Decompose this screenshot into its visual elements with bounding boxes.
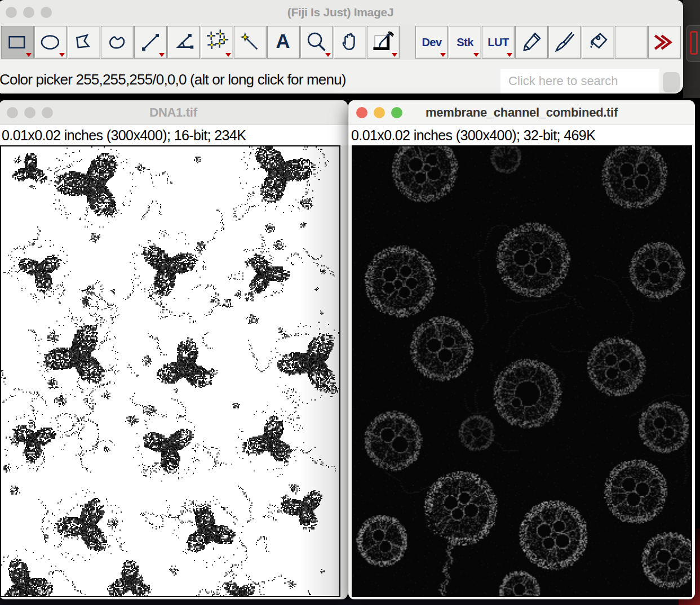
fill-tool[interactable] <box>582 26 614 59</box>
text-tool[interactable]: A <box>267 26 300 59</box>
membrane-image-info: 0.01x0.02 inches (300x400); 32-bit; 469K <box>348 125 695 145</box>
main-window-title: (Fiji Is Just) ImageJ <box>287 6 394 19</box>
line-icon <box>138 29 163 55</box>
rectangle-icon <box>5 29 30 55</box>
oval-icon <box>38 29 64 55</box>
imagej-main-window: (Fiji Is Just) ImageJ ADevStkLUT Color p… <box>0 0 683 94</box>
traffic-lights <box>7 107 53 118</box>
membrane-window-title: membrane_channel_combined.tif <box>426 105 618 120</box>
wand-icon <box>237 29 263 55</box>
dna-image-area <box>0 145 340 597</box>
dna-image-window: DNA1.tif 0.01x0.02 inches (300x400); 16-… <box>0 100 348 599</box>
fill-icon <box>585 29 611 55</box>
corner-grip <box>663 72 680 92</box>
stk-menu[interactable]: Stk <box>449 26 481 59</box>
stk-menu-label: Stk <box>457 36 473 49</box>
background-window-fragment <box>683 0 700 98</box>
polygon-icon <box>71 29 97 55</box>
zoom-icon <box>304 29 330 55</box>
brush-tool[interactable] <box>548 26 581 59</box>
lut-menu[interactable]: LUT <box>482 26 515 59</box>
dna-window-title: DNA1.tif <box>149 105 197 120</box>
main-titlebar[interactable]: (Fiji Is Just) ImageJ <box>0 0 683 25</box>
search-input[interactable] <box>500 69 659 94</box>
dev-menu[interactable]: Dev <box>415 26 448 59</box>
point-tool[interactable] <box>201 26 233 59</box>
traffic-lights <box>6 7 52 18</box>
zoom-tool[interactable] <box>300 26 333 59</box>
imagej-statusbar: Color picker 255,255,255/0,0,0 (alt or l… <box>0 60 683 94</box>
dropdown-arrow-icon <box>59 53 65 57</box>
hand-icon <box>337 29 363 55</box>
text-icon: A <box>271 29 296 55</box>
fullscreen-button[interactable] <box>42 107 53 118</box>
polygon-tool[interactable] <box>68 26 100 59</box>
traffic-lights <box>356 107 402 118</box>
status-message: Color picker 255,255,255/0,0,0 (alt or l… <box>0 71 346 88</box>
wand-tool[interactable] <box>234 26 267 59</box>
brush-icon <box>552 29 578 55</box>
close-button[interactable] <box>356 107 367 118</box>
empty-slot[interactable] <box>615 26 648 59</box>
angle-tool[interactable] <box>167 26 200 59</box>
minimize-button[interactable] <box>23 7 34 18</box>
dropdown-arrow-icon <box>225 53 231 57</box>
background-red-icon-fragment <box>690 31 698 55</box>
oval-tool[interactable] <box>34 26 67 59</box>
lut-menu-label: LUT <box>488 36 508 49</box>
dna-image-info: 0.01x0.02 inches (300x400); 16-bit; 234K <box>0 125 348 145</box>
freehand-icon <box>104 29 130 55</box>
imagej-toolbar: ADevStkLUT <box>1 26 681 59</box>
dropdown-arrow-icon <box>392 53 397 57</box>
close-button[interactable] <box>7 107 18 118</box>
close-button[interactable] <box>6 7 17 18</box>
svg-text:A: A <box>276 30 290 52</box>
membrane-titlebar[interactable]: membrane_channel_combined.tif <box>348 100 695 125</box>
desktop: (Fiji Is Just) ImageJ ADevStkLUT Color p… <box>0 0 700 605</box>
dev-menu-label: Dev <box>422 36 441 49</box>
more-tools[interactable] <box>648 26 681 59</box>
color-picker-icon <box>370 29 396 55</box>
pencil-icon <box>519 29 544 55</box>
color-picker-tool[interactable] <box>367 26 400 59</box>
dna-image-canvas[interactable] <box>1 146 339 596</box>
minimize-button[interactable] <box>24 107 36 118</box>
more-tools-icon <box>652 29 677 55</box>
fullscreen-button[interactable] <box>41 7 52 18</box>
hand-tool[interactable] <box>334 26 366 59</box>
dropdown-arrow-icon <box>473 53 479 57</box>
dropdown-arrow-icon <box>26 53 32 57</box>
membrane-image-canvas[interactable] <box>353 146 691 596</box>
dna-titlebar[interactable]: DNA1.tif <box>0 100 348 125</box>
dropdown-arrow-icon <box>325 53 331 57</box>
membrane-image-window: membrane_channel_combined.tif 0.01x0.02 … <box>348 100 695 599</box>
pencil-tool[interactable] <box>515 26 548 59</box>
line-tool[interactable] <box>134 26 167 59</box>
dropdown-arrow-icon <box>159 53 165 57</box>
membrane-image-area <box>352 145 692 597</box>
rectangle-tool[interactable] <box>1 26 34 59</box>
point-icon <box>204 29 230 55</box>
background-button-fragment <box>686 25 700 62</box>
dropdown-arrow-icon <box>507 53 512 57</box>
fullscreen-button[interactable] <box>391 107 402 118</box>
angle-icon <box>171 29 197 55</box>
minimize-button[interactable] <box>374 107 385 118</box>
search-box <box>500 69 659 94</box>
freehand-tool[interactable] <box>101 26 134 59</box>
dropdown-arrow-icon <box>440 53 446 57</box>
